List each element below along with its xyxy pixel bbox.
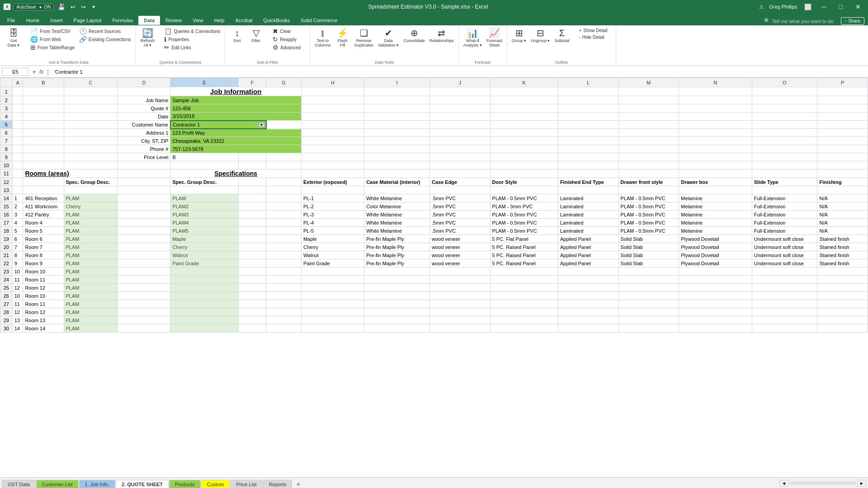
col-header-f[interactable]: F [238, 78, 266, 87]
cell-n20[interactable]: Plywood Dovetail [679, 243, 752, 251]
cell-d3[interactable]: Quote # [118, 104, 170, 113]
cell-o12[interactable]: Slide Type [752, 178, 817, 186]
ungroup-button[interactable]: ⊟ Ungroup ▾ [529, 27, 552, 44]
cell-a26[interactable]: 10 [12, 292, 23, 300]
cell-o5[interactable] [752, 121, 817, 129]
queries-connections-button[interactable]: 📋 Queries & Connections [162, 27, 222, 35]
cell-c24[interactable]: PLAM [64, 276, 118, 284]
cell-l9[interactable] [558, 153, 618, 161]
cell-k14[interactable]: PLAM - 0.5mm PVC [490, 194, 558, 202]
cell-c28[interactable]: PLAM [64, 308, 118, 316]
cell-d7[interactable]: City, ST, ZIP [118, 137, 170, 145]
cell-p2[interactable] [817, 96, 868, 104]
cell-c8[interactable] [64, 145, 118, 153]
cell-i20[interactable]: Pre-fin Maple Ply [364, 243, 430, 251]
cell-c2[interactable] [64, 96, 118, 104]
cell-n12[interactable]: Drawer box [679, 178, 752, 186]
cell-p15[interactable]: N/A [817, 202, 868, 211]
data-validation-button[interactable]: ✔ DataValidation ▾ [376, 27, 401, 49]
cell-l17[interactable]: Laminated [558, 219, 618, 227]
cell-l12[interactable]: Finished End Type [558, 178, 618, 186]
cell-e4[interactable]: 3/15/2018 [170, 113, 302, 121]
cell-b5[interactable] [23, 121, 64, 129]
dropdown-arrow-icon[interactable]: ▼ [259, 122, 265, 127]
tab-solid-commerce[interactable]: Solid Commerce [295, 16, 343, 25]
cell-b29[interactable]: Room 13 [23, 316, 64, 324]
cell-h2[interactable] [301, 96, 364, 104]
cell-p17[interactable]: N/A [817, 219, 868, 227]
cell-n7[interactable] [679, 137, 752, 145]
cell-e3[interactable]: 123-456 [170, 104, 302, 113]
cell-e26[interactable] [170, 292, 238, 300]
cell-o14[interactable]: Full-Extension [752, 194, 817, 202]
subtotal-button[interactable]: Σ Subtotal [552, 27, 571, 44]
cell-k17[interactable]: PLAM - 0.5mm PVC [490, 219, 558, 227]
cell-i8[interactable] [364, 145, 430, 153]
cell-l22[interactable]: Applied Panel [558, 259, 618, 267]
cell-o9[interactable] [752, 153, 817, 161]
col-header-n[interactable]: N [679, 78, 752, 87]
cell-i2[interactable] [364, 96, 430, 104]
cell-e12[interactable]: Spec. Group Desc. [170, 178, 238, 186]
cell-b9[interactable] [23, 153, 64, 161]
cell-j7[interactable] [429, 137, 490, 145]
cell-j17[interactable]: .5mm PVC [429, 219, 490, 227]
cell-a5[interactable] [12, 121, 23, 129]
cell-n19[interactable]: Plywood Dovetail [679, 235, 752, 243]
cell-h6[interactable] [301, 129, 364, 137]
cell-c20[interactable]: PLAM [64, 243, 118, 251]
cell-h14[interactable]: PL-1 [301, 194, 364, 202]
scroll-left-button[interactable]: ◄ [779, 480, 788, 487]
cell-e25[interactable] [170, 284, 238, 292]
cell-l3[interactable] [558, 104, 618, 113]
cell-i9[interactable] [364, 153, 430, 161]
cell-e6[interactable]: 123 Profit Way [170, 129, 302, 137]
cell-i14[interactable]: White Melamine [364, 194, 430, 202]
minimize-button[interactable]: ─ [818, 2, 830, 11]
remove-duplicates-button[interactable]: ❏ RemoveDuplicates [353, 27, 375, 49]
cell-b23[interactable]: Room 10 [23, 267, 64, 276]
cell-i12[interactable]: Case Material (interior) [364, 178, 430, 186]
cell-n14[interactable]: Melamine [679, 194, 752, 202]
col-header-g[interactable]: G [266, 78, 302, 87]
cell-j3[interactable] [429, 104, 490, 113]
cell-b3[interactable] [23, 104, 64, 113]
cell-m1[interactable] [618, 87, 679, 96]
cell-k20[interactable]: 5 PC. Raised Panel [490, 243, 558, 251]
cell-b19[interactable]: Room 6 [23, 235, 64, 243]
from-text-csv-button[interactable]: 📄 From Text/CSV [28, 27, 76, 35]
cell-p7[interactable] [817, 137, 868, 145]
cell-a14[interactable]: 1 [12, 194, 23, 202]
cell-h9[interactable] [301, 153, 364, 161]
tab-page-layout[interactable]: Page Layout [68, 16, 107, 25]
cell-p8[interactable] [817, 145, 868, 153]
cell-k15[interactable]: PLAM - 3mm PVC [490, 202, 558, 211]
cell-b18[interactable]: Room 5 [23, 227, 64, 235]
cell-m22[interactable]: Solid Slab [618, 259, 679, 267]
cell-b2[interactable] [23, 96, 64, 104]
cell-c23[interactable]: PLAM [64, 267, 118, 276]
cell-a9[interactable] [12, 153, 23, 161]
tab-review[interactable]: Review [160, 16, 187, 25]
cell-e15[interactable]: PLAM2 [170, 202, 238, 211]
cell-d9[interactable]: Price Level [118, 153, 170, 161]
cell-c17[interactable]: PLAM [64, 219, 118, 227]
cell-j8[interactable] [429, 145, 490, 153]
cell-j1[interactable] [429, 87, 490, 96]
cell-j15[interactable]: .5mm PVC [429, 202, 490, 211]
cell-p18[interactable]: N/A [817, 227, 868, 235]
cell-k4[interactable] [490, 113, 558, 121]
cell-i7[interactable] [364, 137, 430, 145]
cell-m5[interactable] [618, 121, 679, 129]
tab-home[interactable]: Home [21, 16, 45, 25]
cell-e20[interactable]: Cherry [170, 243, 238, 251]
cell-b27[interactable]: Room 11 [23, 300, 64, 308]
cell-e14[interactable]: PLAM [170, 194, 238, 202]
cell-p1[interactable] [817, 87, 868, 96]
cell-a2[interactable] [12, 96, 23, 104]
properties-button[interactable]: ℹ Properties [162, 35, 222, 43]
what-if-analysis-button[interactable]: 📊 What-IfAnalysis ▾ [462, 27, 484, 49]
cell-m2[interactable] [618, 96, 679, 104]
redo-qat-button[interactable]: ↪ [80, 3, 87, 11]
maximize-button[interactable]: □ [835, 2, 846, 11]
